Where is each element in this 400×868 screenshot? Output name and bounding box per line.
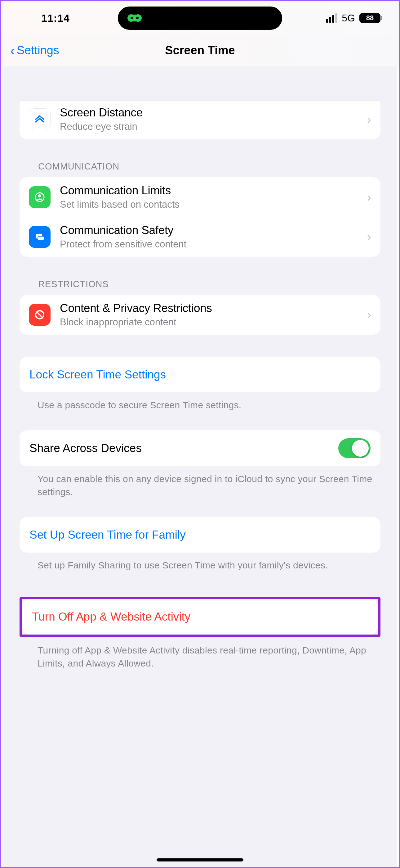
share-across-devices-label: Share Across Devices [29,442,338,455]
turn-off-activity-label: Turn Off App & Website Activity [32,610,190,623]
communication-safety-row[interactable]: ! Communication Safety Protect from sens… [20,217,380,257]
navigation-bar: ‹ Settings Screen Time [1,35,399,66]
chevron-right-icon: › [367,308,371,322]
turn-off-activity-footer: Turning off App & Website Activity disab… [37,644,380,670]
share-across-devices-footer: You can enable this on any device signed… [37,472,380,499]
screen-distance-icon [29,108,51,130]
lock-settings-label: Lock Screen Time Settings [29,368,166,381]
setup-family-footer: Set up Family Sharing to use Screen Time… [37,559,380,572]
communication-safety-title: Communication Safety [60,224,363,237]
status-right: 5G 88 [326,12,380,24]
chevron-right-icon: › [367,190,371,204]
setup-family-button[interactable]: Set Up Screen Time for Family [20,517,380,553]
communication-limits-icon [29,186,51,208]
content-privacy-row[interactable]: Content & Privacy Restrictions Block ina… [20,295,380,335]
setup-family-label: Set Up Screen Time for Family [29,528,186,541]
content-privacy-title: Content & Privacy Restrictions [60,302,363,315]
communication-safety-icon: ! [29,226,51,248]
screen-distance-card: Screen Distance Reduce eye strain › [20,100,380,139]
content-privacy-icon [29,304,51,326]
communication-limits-title: Communication Limits [60,184,363,197]
chevron-left-icon: ‹ [10,43,15,58]
chevron-right-icon: › [367,230,371,244]
screen-distance-row[interactable]: Screen Distance Reduce eye strain › [20,101,380,139]
dynamic-island[interactable] [118,6,282,30]
status-bar: 11:14 5G 88 [1,1,399,35]
page-title: Screen Time [165,44,235,57]
communication-safety-subtitle: Protect from sensitive content [60,239,363,250]
screen-distance-subtitle: Reduce eye strain [60,121,363,132]
cellular-signal-icon [326,13,337,23]
battery-icon: 88 [359,13,380,23]
svg-line-8 [37,312,42,318]
communication-limits-subtitle: Set limits based on contacts [60,199,363,210]
turn-off-highlight: Turn Off App & Website Activity [20,597,380,637]
personal-hotspot-icon [127,10,142,26]
turn-off-activity-button[interactable]: Turn Off App & Website Activity [22,599,378,634]
communication-header: Communication [38,161,380,172]
network-label: 5G [342,12,355,24]
lock-settings-button[interactable]: Lock Screen Time Settings [20,357,380,393]
home-indicator[interactable] [157,858,243,862]
back-button[interactable]: ‹ Settings [10,43,59,58]
screen-distance-title: Screen Distance [60,106,363,119]
svg-point-3 [38,194,41,197]
back-label: Settings [17,44,59,57]
share-across-devices-row[interactable]: Share Across Devices [20,430,380,466]
svg-text:!: ! [40,236,41,241]
content-scroll[interactable]: Screen Distance Reduce eye strain › Comm… [3,66,397,867]
communication-limits-row[interactable]: Communication Limits Set limits based on… [20,177,380,217]
share-across-devices-toggle[interactable] [338,438,371,458]
status-time: 11:14 [41,12,70,24]
lock-settings-footer: Use a passcode to secure Screen Time set… [37,399,380,412]
chevron-right-icon: › [367,113,371,126]
content-privacy-subtitle: Block inappropriate content [60,317,363,328]
restrictions-header: Restrictions [38,279,380,289]
